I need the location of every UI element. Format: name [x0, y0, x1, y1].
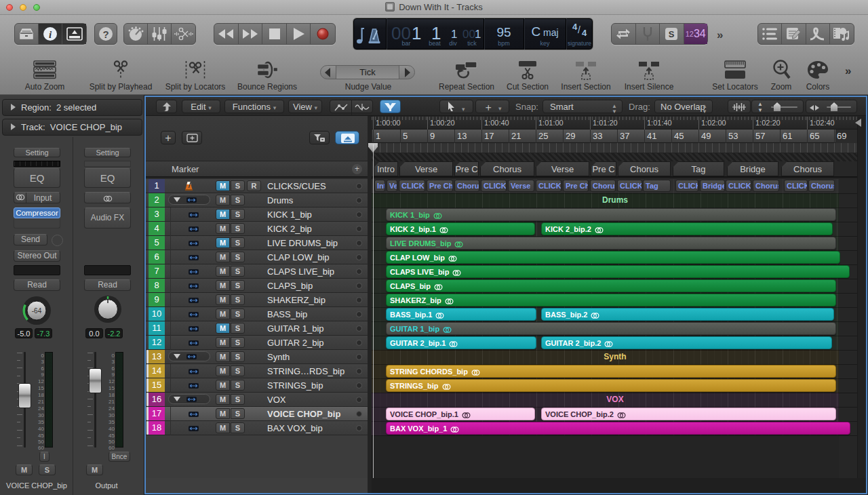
svg-text:S: S	[669, 29, 675, 39]
svg-text:-64: -64	[32, 307, 42, 315]
svg-text:?: ?	[102, 28, 108, 40]
